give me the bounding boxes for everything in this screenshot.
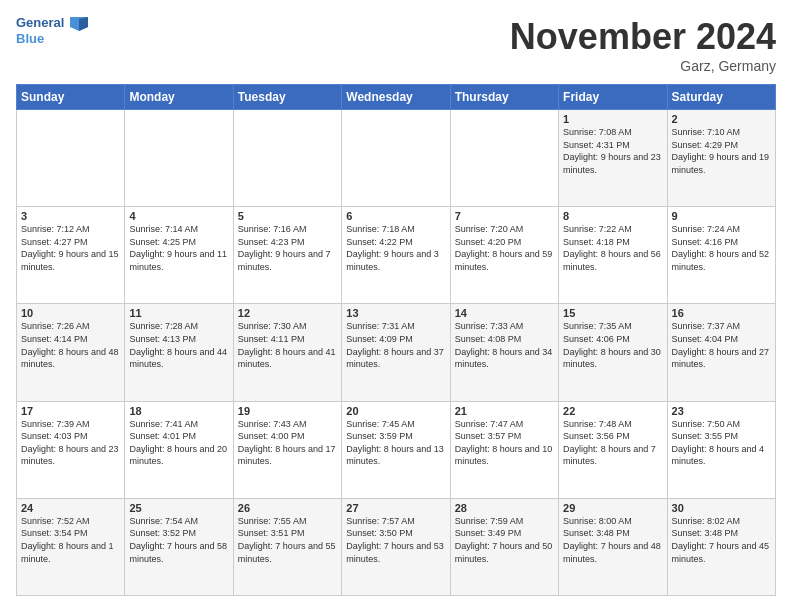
week-row-3: 10Sunrise: 7:26 AM Sunset: 4:14 PM Dayli… [17,304,776,401]
header: General Blue November 2024 Garz, Germany [16,16,776,74]
day-number: 12 [238,307,337,319]
day-cell [342,110,450,207]
day-info: Sunrise: 7:33 AM Sunset: 4:08 PM Dayligh… [455,320,554,370]
day-info: Sunrise: 7:10 AM Sunset: 4:29 PM Dayligh… [672,126,771,176]
day-info: Sunrise: 7:57 AM Sunset: 3:50 PM Dayligh… [346,515,445,565]
day-cell: 6Sunrise: 7:18 AM Sunset: 4:22 PM Daylig… [342,207,450,304]
week-row-1: 1Sunrise: 7:08 AM Sunset: 4:31 PM Daylig… [17,110,776,207]
day-number: 1 [563,113,662,125]
day-number: 16 [672,307,771,319]
weekday-header-row: Sunday Monday Tuesday Wednesday Thursday… [17,85,776,110]
day-number: 5 [238,210,337,222]
day-cell: 1Sunrise: 7:08 AM Sunset: 4:31 PM Daylig… [559,110,667,207]
header-monday: Monday [125,85,233,110]
day-info: Sunrise: 8:02 AM Sunset: 3:48 PM Dayligh… [672,515,771,565]
day-cell: 17Sunrise: 7:39 AM Sunset: 4:03 PM Dayli… [17,401,125,498]
day-number: 6 [346,210,445,222]
day-number: 23 [672,405,771,417]
logo-general-text: General [16,15,64,30]
day-number: 28 [455,502,554,514]
day-cell: 30Sunrise: 8:02 AM Sunset: 3:48 PM Dayli… [667,498,775,595]
day-info: Sunrise: 7:16 AM Sunset: 4:23 PM Dayligh… [238,223,337,273]
day-info: Sunrise: 7:59 AM Sunset: 3:49 PM Dayligh… [455,515,554,565]
header-thursday: Thursday [450,85,558,110]
day-cell: 28Sunrise: 7:59 AM Sunset: 3:49 PM Dayli… [450,498,558,595]
day-info: Sunrise: 7:28 AM Sunset: 4:13 PM Dayligh… [129,320,228,370]
day-info: Sunrise: 7:43 AM Sunset: 4:00 PM Dayligh… [238,418,337,468]
day-number: 13 [346,307,445,319]
day-number: 17 [21,405,120,417]
day-cell: 26Sunrise: 7:55 AM Sunset: 3:51 PM Dayli… [233,498,341,595]
header-tuesday: Tuesday [233,85,341,110]
logo-arrow-icon [70,17,88,31]
day-cell: 15Sunrise: 7:35 AM Sunset: 4:06 PM Dayli… [559,304,667,401]
day-info: Sunrise: 7:20 AM Sunset: 4:20 PM Dayligh… [455,223,554,273]
day-number: 25 [129,502,228,514]
week-row-4: 17Sunrise: 7:39 AM Sunset: 4:03 PM Dayli… [17,401,776,498]
day-info: Sunrise: 7:55 AM Sunset: 3:51 PM Dayligh… [238,515,337,565]
day-cell [125,110,233,207]
day-number: 18 [129,405,228,417]
day-cell: 8Sunrise: 7:22 AM Sunset: 4:18 PM Daylig… [559,207,667,304]
day-info: Sunrise: 7:14 AM Sunset: 4:25 PM Dayligh… [129,223,228,273]
logo-blue-text: Blue [16,31,88,47]
header-wednesday: Wednesday [342,85,450,110]
day-number: 30 [672,502,771,514]
day-info: Sunrise: 7:18 AM Sunset: 4:22 PM Dayligh… [346,223,445,273]
logo: General Blue [16,16,88,46]
day-info: Sunrise: 7:50 AM Sunset: 3:55 PM Dayligh… [672,418,771,468]
day-info: Sunrise: 7:08 AM Sunset: 4:31 PM Dayligh… [563,126,662,176]
day-number: 3 [21,210,120,222]
day-info: Sunrise: 7:22 AM Sunset: 4:18 PM Dayligh… [563,223,662,273]
day-number: 10 [21,307,120,319]
day-info: Sunrise: 7:26 AM Sunset: 4:14 PM Dayligh… [21,320,120,370]
day-cell: 12Sunrise: 7:30 AM Sunset: 4:11 PM Dayli… [233,304,341,401]
day-info: Sunrise: 7:39 AM Sunset: 4:03 PM Dayligh… [21,418,120,468]
day-number: 9 [672,210,771,222]
day-cell: 11Sunrise: 7:28 AM Sunset: 4:13 PM Dayli… [125,304,233,401]
day-cell: 13Sunrise: 7:31 AM Sunset: 4:09 PM Dayli… [342,304,450,401]
day-cell: 19Sunrise: 7:43 AM Sunset: 4:00 PM Dayli… [233,401,341,498]
day-info: Sunrise: 7:48 AM Sunset: 3:56 PM Dayligh… [563,418,662,468]
calendar-table: Sunday Monday Tuesday Wednesday Thursday… [16,84,776,596]
day-number: 26 [238,502,337,514]
week-row-2: 3Sunrise: 7:12 AM Sunset: 4:27 PM Daylig… [17,207,776,304]
day-cell: 20Sunrise: 7:45 AM Sunset: 3:59 PM Dayli… [342,401,450,498]
day-number: 20 [346,405,445,417]
day-number: 4 [129,210,228,222]
location: Garz, Germany [510,58,776,74]
title-section: November 2024 Garz, Germany [510,16,776,74]
day-cell: 24Sunrise: 7:52 AM Sunset: 3:54 PM Dayli… [17,498,125,595]
day-number: 15 [563,307,662,319]
day-number: 11 [129,307,228,319]
day-info: Sunrise: 7:24 AM Sunset: 4:16 PM Dayligh… [672,223,771,273]
day-cell: 29Sunrise: 8:00 AM Sunset: 3:48 PM Dayli… [559,498,667,595]
day-cell: 27Sunrise: 7:57 AM Sunset: 3:50 PM Dayli… [342,498,450,595]
day-cell: 16Sunrise: 7:37 AM Sunset: 4:04 PM Dayli… [667,304,775,401]
day-cell: 21Sunrise: 7:47 AM Sunset: 3:57 PM Dayli… [450,401,558,498]
week-row-5: 24Sunrise: 7:52 AM Sunset: 3:54 PM Dayli… [17,498,776,595]
day-info: Sunrise: 7:52 AM Sunset: 3:54 PM Dayligh… [21,515,120,565]
day-cell: 5Sunrise: 7:16 AM Sunset: 4:23 PM Daylig… [233,207,341,304]
header-friday: Friday [559,85,667,110]
day-cell: 4Sunrise: 7:14 AM Sunset: 4:25 PM Daylig… [125,207,233,304]
day-info: Sunrise: 7:31 AM Sunset: 4:09 PM Dayligh… [346,320,445,370]
day-cell [233,110,341,207]
header-sunday: Sunday [17,85,125,110]
day-cell: 7Sunrise: 7:20 AM Sunset: 4:20 PM Daylig… [450,207,558,304]
day-number: 7 [455,210,554,222]
day-cell: 9Sunrise: 7:24 AM Sunset: 4:16 PM Daylig… [667,207,775,304]
day-cell [17,110,125,207]
day-number: 14 [455,307,554,319]
day-info: Sunrise: 7:12 AM Sunset: 4:27 PM Dayligh… [21,223,120,273]
day-cell: 25Sunrise: 7:54 AM Sunset: 3:52 PM Dayli… [125,498,233,595]
day-number: 19 [238,405,337,417]
day-number: 27 [346,502,445,514]
day-cell: 23Sunrise: 7:50 AM Sunset: 3:55 PM Dayli… [667,401,775,498]
day-info: Sunrise: 8:00 AM Sunset: 3:48 PM Dayligh… [563,515,662,565]
header-saturday: Saturday [667,85,775,110]
day-number: 8 [563,210,662,222]
day-info: Sunrise: 7:30 AM Sunset: 4:11 PM Dayligh… [238,320,337,370]
day-number: 2 [672,113,771,125]
day-cell: 22Sunrise: 7:48 AM Sunset: 3:56 PM Dayli… [559,401,667,498]
